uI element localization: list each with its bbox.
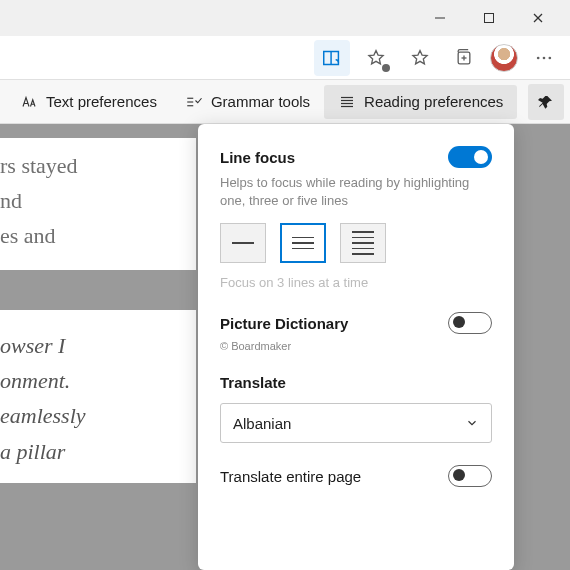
line-icon [292, 248, 314, 250]
reader-tabs: Text preferences Grammar tools Reading p… [0, 80, 570, 124]
line-focus-option-1[interactable] [220, 223, 266, 263]
translate-page-title: Translate entire page [220, 468, 361, 485]
background-quote-block: owser I onment. eamlessly a pillar [0, 310, 196, 483]
translate-page-section: Translate entire page [220, 465, 492, 487]
favorites-icon[interactable] [402, 40, 438, 76]
tab-reading-preferences[interactable]: Reading preferences [324, 85, 517, 119]
pin-icon [538, 94, 554, 110]
line-focus-help: Helps to focus while reading by highligh… [220, 174, 492, 209]
line-icon [352, 248, 374, 250]
line-icon [292, 237, 314, 239]
grammar-icon [185, 93, 203, 111]
favorites-add-icon[interactable] [358, 40, 394, 76]
more-menu-icon[interactable] [526, 40, 562, 76]
line-icon [352, 231, 374, 233]
bg-text: owser I [0, 328, 190, 363]
add-badge-icon [382, 64, 390, 72]
translate-selected-value: Albanian [233, 415, 291, 432]
line-icon [352, 237, 374, 239]
reading-icon [338, 93, 356, 111]
translate-title: Translate [220, 374, 492, 391]
bg-text: onment. [0, 363, 190, 398]
pin-button[interactable] [528, 84, 564, 120]
line-focus-title: Line focus [220, 149, 295, 166]
tab-label: Grammar tools [211, 93, 310, 110]
svg-point-7 [537, 56, 540, 59]
svg-point-9 [549, 56, 552, 59]
minimize-button[interactable] [417, 3, 462, 33]
bg-text: eamlessly [0, 398, 190, 433]
collections-icon[interactable] [446, 40, 482, 76]
line-icon [352, 242, 374, 244]
svg-rect-1 [484, 14, 493, 23]
profile-avatar[interactable] [490, 44, 518, 72]
line-icon [292, 242, 314, 244]
line-focus-options [220, 223, 492, 263]
line-focus-option-5[interactable] [340, 223, 386, 263]
browser-toolbar [0, 36, 570, 80]
picture-dictionary-section: Picture Dictionary © Boardmaker [220, 312, 492, 352]
window-titlebar [0, 0, 570, 36]
tab-text-preferences[interactable]: Text preferences [6, 85, 171, 119]
bg-text: rs stayed [0, 148, 186, 183]
line-focus-note: Focus on 3 lines at a time [220, 275, 492, 290]
tab-grammar-tools[interactable]: Grammar tools [171, 85, 324, 119]
line-icon [352, 253, 374, 255]
translate-page-toggle[interactable] [448, 465, 492, 487]
line-focus-option-3[interactable] [280, 223, 326, 263]
maximize-button[interactable] [466, 3, 511, 33]
background-text-block: rs stayed nd es and [0, 138, 196, 270]
bg-text: a pillar [0, 434, 190, 469]
tab-label: Text preferences [46, 93, 157, 110]
picture-dict-title: Picture Dictionary [220, 315, 348, 332]
bg-text: es and [0, 218, 186, 253]
translate-section: Translate Albanian [220, 374, 492, 443]
reading-preferences-panel: Line focus Helps to focus while reading … [198, 124, 514, 570]
picture-dict-toggle[interactable] [448, 312, 492, 334]
tab-label: Reading preferences [364, 93, 503, 110]
picture-dict-copyright: © Boardmaker [220, 340, 492, 352]
line-icon [232, 242, 254, 244]
line-focus-toggle[interactable] [448, 146, 492, 168]
bg-text: nd [0, 183, 186, 218]
svg-point-8 [543, 56, 546, 59]
translate-language-select[interactable]: Albanian [220, 403, 492, 443]
chevron-down-icon [465, 416, 479, 430]
line-focus-row: Line focus [220, 146, 492, 168]
immersive-reader-icon[interactable] [314, 40, 350, 76]
close-button[interactable] [515, 3, 560, 33]
text-icon [20, 93, 38, 111]
